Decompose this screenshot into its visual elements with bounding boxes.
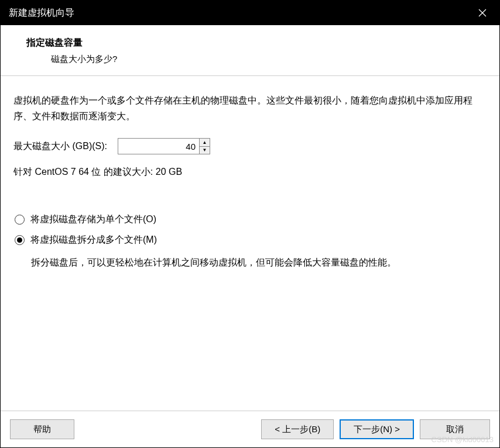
button-bar: 帮助 < 上一步(B) 下一步(N) > 取消 [1,411,499,447]
disk-size-row: 最大磁盘大小 (GB)(S): ▲ ▼ [13,138,487,154]
radio-icon [15,235,25,245]
radio-single-file[interactable]: 将虚拟磁盘存储为单个文件(O) [15,213,487,226]
cancel-button[interactable]: 取消 [420,419,490,439]
chevron-down-icon: ▼ [203,148,207,153]
close-button[interactable] [474,4,491,22]
description-text: 虚拟机的硬盘作为一个或多个文件存储在主机的物理磁盘中。这些文件最初很小，随着您向… [13,92,487,124]
page-subtitle: 磁盘大小为多少? [51,54,488,65]
disk-size-input[interactable] [118,138,200,154]
titlebar: 新建虚拟机向导 [1,1,499,25]
radio-label: 将虚拟磁盘存储为单个文件(O) [30,213,156,226]
spinner-buttons: ▲ ▼ [200,138,210,154]
main-content: 虚拟机的硬盘作为一个或多个文件存储在主机的物理磁盘中。这些文件最初很小，随着您向… [1,76,499,271]
chevron-up-icon: ▲ [203,140,207,145]
next-button[interactable]: 下一步(N) > [340,419,414,439]
radio-icon [15,215,25,225]
radio-label: 将虚拟磁盘拆分成多个文件(M) [30,234,157,246]
spinner-up-button[interactable]: ▲ [200,139,210,147]
close-icon [478,9,487,17]
radio-split-file[interactable]: 将虚拟磁盘拆分成多个文件(M) [15,234,487,246]
window-title: 新建虚拟机向导 [9,7,74,19]
back-button[interactable]: < 上一步(B) [261,419,334,439]
page-title: 指定磁盘容量 [26,37,488,49]
recommendation-text: 针对 CentOS 7 64 位 的建议大小: 20 GB [13,166,487,178]
spinner-down-button[interactable]: ▼ [200,147,210,154]
split-file-hint: 拆分磁盘后，可以更轻松地在计算机之间移动虚拟机，但可能会降低大容量磁盘的性能。 [31,254,487,270]
disk-size-label: 最大磁盘大小 (GB)(S): [13,140,107,153]
help-button[interactable]: 帮助 [10,419,74,439]
disk-size-spinner: ▲ ▼ [118,138,210,154]
disk-storage-options: 将虚拟磁盘存储为单个文件(O) 将虚拟磁盘拆分成多个文件(M) 拆分磁盘后，可以… [15,213,487,270]
wizard-header: 指定磁盘容量 磁盘大小为多少? [1,25,499,76]
